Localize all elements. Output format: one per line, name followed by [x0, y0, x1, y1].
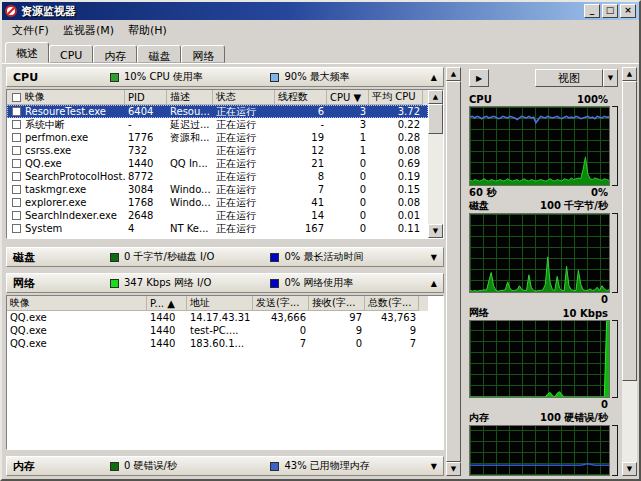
column-header[interactable]: P... ▲: [147, 296, 187, 311]
disk-chart-scale-bottom: 0: [601, 294, 608, 305]
table-row[interactable]: perfmon.exe1776资源和...正在运行1910.28: [7, 131, 428, 144]
threads-cell: -: [275, 119, 327, 130]
scroll-down-icon[interactable]: ▼: [446, 462, 461, 476]
checkbox[interactable]: [12, 172, 21, 181]
scroll-up-icon[interactable]: ▲: [622, 67, 637, 81]
table-row[interactable]: QQ.exe1440183.60.1...707: [7, 337, 428, 350]
scroll-up-icon[interactable]: ▲: [446, 67, 461, 81]
memory-section-header[interactable]: 内存 0 硬错误/秒 43% 已用物理内存 ▼: [6, 456, 444, 476]
scrollbar-thumb[interactable]: [622, 81, 637, 381]
disk-section-header[interactable]: 磁盘 0 千字节/秒磁盘 I/O 0% 最长活动时间 ▼: [6, 247, 444, 267]
scroll-up-icon[interactable]: ▲: [428, 90, 443, 104]
table-row[interactable]: ResoureTest.exe6404Resou...正在运行633.72: [7, 105, 428, 118]
column-header[interactable]: 发送(字...: [253, 296, 309, 311]
table-row[interactable]: System4NT Ke...正在运行16700.11: [7, 222, 428, 235]
scrollbar-track[interactable]: [622, 381, 637, 462]
memory-expand-icon[interactable]: ▼: [431, 462, 437, 471]
checkbox[interactable]: [12, 120, 21, 129]
threads-cell: 12: [275, 145, 327, 156]
process-image-cell: QQ.exe: [7, 325, 147, 336]
status-cell: 正在运行: [213, 157, 275, 171]
checkbox[interactable]: [12, 146, 21, 155]
checkbox[interactable]: [12, 107, 21, 116]
table-row[interactable]: explorer.exe1768Windo...正在运行4100.08: [7, 196, 428, 209]
scrollbar-track[interactable]: [428, 134, 443, 224]
table-row[interactable]: QQ.exe1440QQ In...正在运行2100.69: [7, 157, 428, 170]
column-header[interactable]: PID: [125, 90, 167, 105]
scrollbar-thumb[interactable]: [446, 81, 461, 462]
memory-graph: [469, 425, 610, 476]
column-header[interactable]: 映像: [7, 90, 125, 105]
avg-cpu-cell: 3.72: [369, 106, 423, 117]
memory-section-title: 内存: [13, 459, 110, 474]
column-header[interactable]: CPU ▼: [327, 90, 369, 105]
cpu-section-header[interactable]: CPU 10% CPU 使用率 90% 最大频率 ▲: [6, 67, 444, 87]
description-cell: Resou...: [167, 106, 213, 117]
checkbox[interactable]: [12, 198, 21, 207]
left-panel-scrollbar[interactable]: ▲ ▼: [446, 67, 461, 476]
header-checkbox[interactable]: [12, 93, 21, 102]
tab[interactable]: 内存: [93, 45, 137, 63]
column-header-label: 平均 CPU: [372, 90, 416, 104]
threads-cell: 8: [275, 171, 327, 182]
pid-cell: -: [125, 119, 167, 130]
view-button[interactable]: 视图: [535, 69, 603, 87]
table-row[interactable]: taskmgr.exe3084Windo...正在运行700.15: [7, 183, 428, 196]
cpu-collapse-icon[interactable]: ▲: [431, 73, 437, 82]
minimize-button[interactable]: _: [584, 4, 600, 18]
status-cell: 正在运行: [213, 183, 275, 197]
menu-item[interactable]: 监视器(M): [56, 21, 121, 40]
maximize-button[interactable]: □: [602, 4, 618, 18]
receive-cell: 9: [309, 325, 365, 336]
column-header[interactable]: 映像: [7, 296, 147, 311]
menu-item[interactable]: 文件(F): [5, 21, 56, 40]
table-row[interactable]: QQ.exe1440test-PC....099: [7, 324, 428, 337]
cpu-table-scrollbar[interactable]: ▲ ▼: [428, 90, 443, 238]
table-row[interactable]: 系统中断-延迟过...正在运行-30.22: [7, 118, 428, 131]
checkbox[interactable]: [12, 133, 21, 142]
scroll-down-icon[interactable]: ▼: [428, 224, 443, 238]
checkbox[interactable]: [12, 159, 21, 168]
close-button[interactable]: ×: [620, 4, 636, 18]
memory-chart-block: 内存 100 硬错误/秒: [469, 411, 618, 476]
view-dropdown-icon[interactable]: ▼: [603, 69, 618, 87]
table-row[interactable]: csrss.exe732正在运行1210.08: [7, 144, 428, 157]
disk-expand-icon[interactable]: ▼: [431, 253, 437, 262]
table-row[interactable]: SearchProtocolHost...8772正在运行800.19: [7, 170, 428, 183]
process-image-cell: taskmgr.exe: [7, 184, 125, 195]
scroll-down-icon[interactable]: ▼: [622, 462, 637, 476]
tab[interactable]: CPU: [49, 45, 93, 63]
right-panel-scrollbar[interactable]: ▲ ▼: [622, 67, 637, 476]
graphs-toolbar: ▶ 视图 ▼: [469, 67, 618, 89]
column-header[interactable]: 描述: [167, 90, 213, 105]
avg-cpu-cell: 0.28: [369, 132, 423, 143]
network-section-header[interactable]: 网络 347 Kbps 网络 I/O 0% 网络使用率 ▲: [6, 273, 444, 293]
tab[interactable]: 网络: [181, 45, 225, 63]
network-collapse-icon[interactable]: ▲: [431, 279, 437, 288]
disk-active-stat: 0% 最长活动时间: [270, 250, 430, 264]
column-header[interactable]: 接收(字...: [309, 296, 365, 311]
checkbox[interactable]: [12, 224, 21, 233]
tab[interactable]: 磁盘: [137, 45, 181, 63]
scrollbar-thumb[interactable]: [428, 104, 443, 134]
process-image-name: perfmon.exe: [25, 132, 88, 143]
right-panel: ▶ 视图 ▼ CPU 100% 60 秒 0%: [463, 67, 620, 476]
column-header[interactable]: 地址: [187, 296, 253, 311]
menu-item[interactable]: 帮助(H): [121, 21, 174, 40]
process-image-cell: explorer.exe: [7, 197, 125, 208]
disk-chart-title: 磁盘: [469, 199, 489, 213]
column-header[interactable]: 平均 CPU: [369, 90, 423, 105]
table-row[interactable]: SearchIndexer.exe2648正在运行1400.01: [7, 209, 428, 222]
disk-io-label: 0 千字节/秒磁盘 I/O: [124, 250, 214, 264]
network-chart-scale-bottom: 0: [601, 399, 608, 410]
expand-panel-button[interactable]: ▶: [469, 69, 489, 87]
table-row[interactable]: QQ.exe144014.17.43.3143,6669743,763: [7, 311, 428, 324]
column-header[interactable]: 总数(字...: [365, 296, 419, 311]
checkbox[interactable]: [12, 185, 21, 194]
app-icon: [5, 5, 17, 17]
tab[interactable]: 概述: [5, 42, 49, 63]
column-header[interactable]: 线程数: [275, 90, 327, 105]
column-header[interactable]: 状态: [213, 90, 275, 105]
checkbox[interactable]: [12, 211, 21, 220]
network-section-title: 网络: [13, 276, 110, 291]
